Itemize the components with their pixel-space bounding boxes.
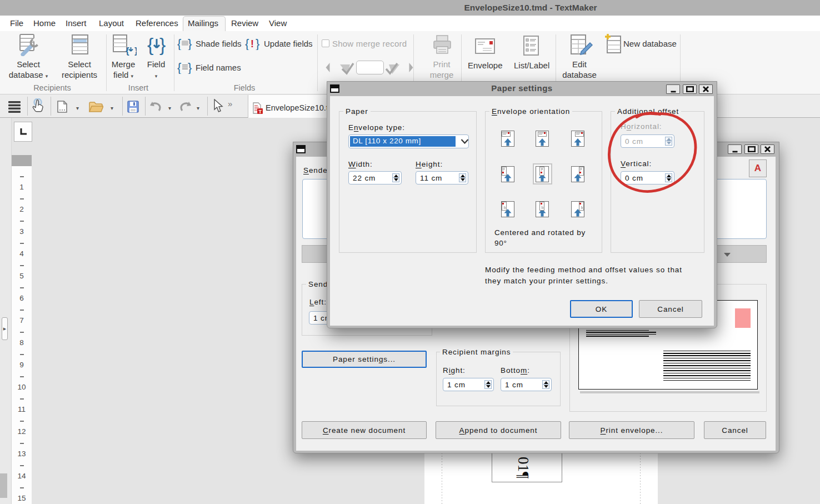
svg-text:}: } [159,34,166,55]
svg-text:}: } [188,37,192,50]
svg-text:T: T [259,109,262,114]
svg-text:{: { [147,34,153,55]
svg-text:}: } [188,61,192,74]
svg-text:!: ! [251,38,254,49]
svg-text:{: { [126,46,129,56]
svg-text:}: } [256,37,259,50]
svg-text:{: { [245,37,249,50]
svg-text:{: { [177,37,181,50]
svg-text:}: } [134,46,137,56]
